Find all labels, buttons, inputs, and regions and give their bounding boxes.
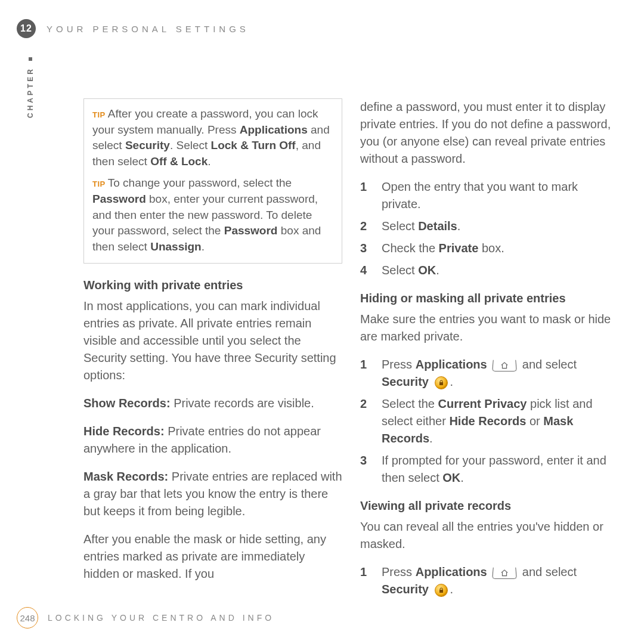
tip2-bold-password2: Password — [224, 224, 278, 237]
lead-show: Show Records: — [83, 397, 171, 410]
house-icon — [500, 569, 509, 577]
home-key-icon — [492, 567, 517, 578]
tip-label: TIP — [92, 110, 106, 119]
tip1-run-d: . Select — [170, 139, 211, 151]
steps-view-private: Press Applications and select Security . — [360, 564, 619, 598]
hm3c: . — [460, 471, 464, 484]
manual-page: 12 YOUR PERSONAL SETTINGS CHAPTER TIPAft… — [0, 0, 644, 644]
hm1c: and select — [522, 358, 577, 371]
vp1e: . — [450, 583, 454, 596]
def-hide-records: Hide Records: Private entries do not app… — [83, 423, 342, 457]
s2a: Select — [382, 219, 418, 233]
steps-mark-private: Open the entry that you want to mark pri… — [360, 178, 619, 279]
chapter-number: 12 — [20, 23, 32, 34]
vp1b: Applications — [416, 565, 487, 578]
hm2g: . — [429, 432, 433, 445]
tip1-bold-offlock: Off & Lock — [150, 155, 208, 168]
tip2-run-a: To change your password, select the — [108, 177, 292, 189]
page-number-badge: 248 — [17, 607, 38, 628]
security-lock-icon — [435, 584, 448, 597]
s3c: box. — [478, 242, 504, 255]
tip1-bold-lockturnoff: Lock & Turn Off — [211, 139, 296, 151]
vertical-chapter-text: CHAPTER — [26, 67, 35, 118]
home-key-icon — [492, 360, 517, 371]
lead-mask: Mask Records: — [83, 470, 168, 483]
hm1a: Press — [382, 358, 416, 371]
page-footer: 248 LOCKING YOUR CENTRO AND INFO — [17, 607, 274, 628]
hm3b: OK — [442, 471, 460, 484]
vp1c: and select — [522, 565, 577, 578]
lead-hide: Hide Records: — [83, 425, 165, 438]
step1-text: Open the entry that you want to mark pri… — [382, 180, 578, 210]
tip2-bold-unassign: Unassign — [150, 240, 202, 253]
step-3: Check the Private box. — [360, 240, 619, 257]
chapter-number-badge: 12 — [17, 19, 36, 38]
vp1a: Press — [382, 565, 416, 578]
tip-label-2: TIP — [92, 179, 106, 188]
body-show: Private records are visible. — [171, 397, 314, 410]
subhead-hiding-masking: Hiding or masking all private entries — [360, 290, 619, 307]
tip1-run-f: . — [208, 155, 210, 168]
vp-step-1: Press Applications and select Security . — [360, 564, 619, 598]
hm2d: Hide Records — [449, 414, 526, 428]
s4c: . — [436, 264, 439, 277]
hm-step-1: Press Applications and select Security . — [360, 356, 619, 391]
tip-paragraph-2: TIPTo change your password, select the P… — [92, 175, 333, 255]
subhead-working-private: Working with private entries — [83, 277, 342, 294]
def-show-records: Show Records: Private records are visibl… — [83, 395, 342, 412]
s3a: Check the — [382, 242, 439, 255]
vp1d: Security — [382, 583, 429, 596]
s3b: Private — [439, 242, 479, 255]
hm1b: Applications — [416, 358, 487, 371]
para-continued: define a password, you must enter it to … — [360, 98, 619, 168]
footer-section-title: LOCKING YOUR CENTRO AND INFO — [48, 613, 274, 623]
hm2e: or — [526, 414, 543, 428]
hm1d: Security — [382, 375, 429, 388]
left-column: TIPAfter you create a password, you can … — [83, 98, 342, 590]
house-icon — [500, 361, 509, 370]
steps-hide-mask: Press Applications and select Security .… — [360, 356, 619, 487]
hm1e: . — [450, 375, 454, 388]
s2b: Details — [418, 219, 457, 233]
hm2a: Select the — [382, 397, 438, 410]
tip1-bold-security: Security — [125, 139, 170, 151]
s4a: Select — [382, 264, 418, 277]
hm3a: If prompted for your password, enter it … — [382, 454, 606, 484]
subhead-viewing-private: Viewing all private records — [360, 497, 619, 515]
def-mask-records: Mask Records: Private entries are replac… — [83, 468, 342, 520]
para-hiding-masking: Make sure the entries you want to mask o… — [360, 311, 619, 345]
content-columns: TIPAfter you create a password, you can … — [83, 98, 619, 590]
para-after: After you enable the mask or hide settin… — [83, 531, 342, 583]
lock-icon — [438, 379, 445, 386]
hm-step-3: If prompted for your password, enter it … — [360, 452, 619, 487]
vertical-chapter-label: CHAPTER — [26, 57, 35, 118]
s4b: OK — [418, 264, 436, 277]
para-working-private: In most applications, you can mark indiv… — [83, 298, 342, 384]
page-number: 248 — [20, 613, 35, 623]
tip2-bold-password1: Password — [92, 193, 146, 205]
step-2: Select Details. — [360, 218, 619, 235]
lock-icon — [438, 587, 445, 594]
s2c: . — [457, 219, 461, 233]
hm-step-2: Select the Current Privacy pick list and… — [360, 395, 619, 447]
step-4: Select OK. — [360, 262, 619, 279]
para-viewing-private: You can reveal all the entries you've hi… — [360, 518, 619, 553]
right-column: define a password, you must enter it to … — [360, 98, 619, 590]
tip2-run-e: . — [202, 240, 205, 253]
chapter-title: YOUR PERSONAL SETTINGS — [47, 24, 249, 34]
security-lock-icon — [435, 376, 448, 389]
tip-box: TIPAfter you create a password, you can … — [83, 98, 342, 264]
hm2b: Current Privacy — [438, 397, 527, 410]
tip1-bold-applications: Applications — [240, 123, 308, 136]
tip-paragraph-1: TIPAfter you create a password, you can … — [92, 106, 333, 169]
step-1: Open the entry that you want to mark pri… — [360, 178, 619, 213]
page-header: 12 YOUR PERSONAL SETTINGS — [17, 19, 627, 38]
